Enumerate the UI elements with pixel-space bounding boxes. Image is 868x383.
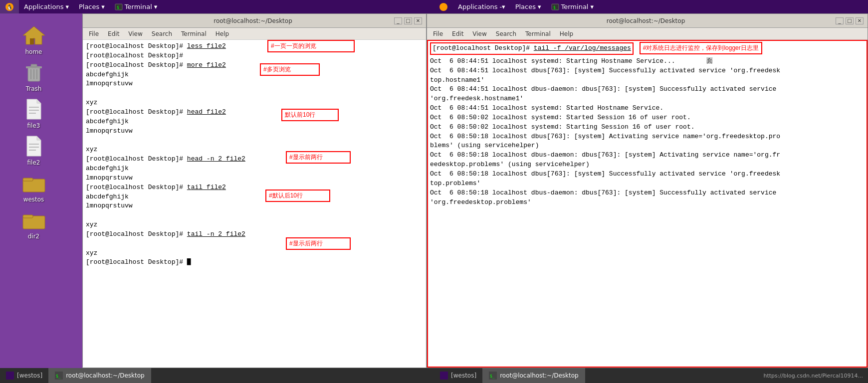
desktop-icon-home[interactable]: home [11,23,56,55]
westos-icon-label: westos [23,196,44,203]
terminal-window-left: root@localhost:~/Desktop _ □ ✕ File Edit… [82,13,427,368]
terminal-menu-btn-right[interactable]: $_ Terminal ▾ [546,0,599,13]
terminal-arrow-icon-left: ▾ [154,3,158,10]
terminal-icon-bottom-left: $_ [55,372,63,380]
home-folder-icon [22,23,46,47]
svg-rect-11 [31,64,37,67]
linux-logo-right [434,0,453,13]
terminal-log-content: Oct 6 08:44:51 localhost systemd: Starti… [430,57,865,207]
terminal-title-left: root@localhost:~/Desktop [112,17,394,24]
applications-arrow-icon: ▾ [65,3,69,10]
desktop-icon-dir2[interactable]: dir2 [11,208,56,240]
terminal-titlebar-right: root@localhost:~/Desktop _ □ ✕ [427,14,868,28]
svg-text:🐧: 🐧 [6,4,13,10]
svg-point-4 [439,3,447,11]
desktop-icon-file2[interactable]: file2 [11,134,56,166]
places-menu-btn-right[interactable]: Places ▾ [510,0,546,13]
terminal-icon-right: $_ [551,3,559,11]
terminal-menu-view-right[interactable]: View [468,29,490,38]
applications-arrow-icon-right: -▾ [499,3,505,10]
terminal-menu-help-left[interactable]: Help [212,29,233,38]
places-arrow-icon: ▾ [101,3,105,10]
svg-rect-28 [23,215,33,218]
terminal-menu-help-right[interactable]: Help [556,29,577,38]
terminal-menu-edit-left[interactable]: Edit [104,29,123,38]
terminal-menu-file-right[interactable]: File [429,29,447,38]
taskbar-top-right-section: Applications -▾ Places ▾ $_ Terminal ▾ [434,0,599,13]
taskbar-terminal-btn-right[interactable]: $_ root@localhost:~/Desktop [483,368,585,383]
trash-icon-label: Trash [26,85,42,92]
terminal-title-right: root@localhost:~/Desktop [456,17,836,24]
taskbar-top: 🐧 Applications ▾ Places ▾ $_ Terminal ▾ [0,0,868,13]
desktop-icon-westos[interactable]: westos [11,171,56,203]
taskbar-bottom-left: [westos] $_ root@localhost:~/Desktop [0,368,151,383]
svg-text:$_: $_ [117,5,122,10]
applications-menu-btn-right[interactable]: Applications -▾ [453,0,510,13]
file2-icon [22,134,46,158]
annotation-head: 默认前10行 [281,109,339,121]
annotation-tail: #默认后10行 [265,190,330,202]
terminal-cmd-line: [root@localhost Desktop]# tail -f /var/l… [430,42,634,55]
svg-rect-26 [23,178,33,181]
terminal-menu-view-left[interactable]: View [124,29,146,38]
file3-icon [22,97,46,121]
westos-folder-icon [22,171,46,195]
file3-icon-label: file3 [27,122,40,129]
home-icon-label: home [25,48,42,55]
terminal-minimize-btn-left[interactable]: _ [394,17,402,24]
taskbar-top-left-section: 🐧 Applications ▾ Places ▾ $_ Terminal ▾ [0,0,162,13]
westos-icon-bottom-left [6,372,14,380]
places-menu-btn[interactable]: Places ▾ [74,0,110,13]
dir2-folder-icon [22,208,46,232]
terminal-controls-right: _ □ ✕ [836,17,864,24]
svg-marker-21 [37,136,41,140]
taskbar-url: https://blog.csdn.net/Piercal10914... [759,373,868,379]
taskbar-bottom-url-area: https://blog.csdn.net/Piercal10914... [759,368,868,383]
taskbar-bottom: [westos] $_ root@localhost:~/Desktop [we… [0,368,868,383]
svg-text:$_: $_ [553,5,558,10]
annotation-tail-f: #对系统日志进行监控，保存到logger日志里 [640,42,762,54]
annotation-less: #一页一页的浏览 [267,40,355,52]
terminal-icon-bottom-right: $_ [489,372,497,380]
linux-logo: 🐧 [0,0,19,13]
terminal-menu-search-left[interactable]: Search [148,29,176,38]
svg-rect-47 [440,372,448,380]
terminal-menu-terminal-right[interactable]: Terminal [521,29,555,38]
applications-menu-btn[interactable]: Applications ▾ [19,0,74,13]
terminal-arrow-icon-right: ▾ [590,3,594,10]
trash-folder-icon [22,60,46,84]
terminal-body-right: [root@localhost Desktop]# tail -f /var/l… [427,40,868,368]
terminal-command-area: [root@localhost Desktop]# tail -f /var/l… [430,42,865,55]
taskbar-bottom-right-section: [westos] $_ root@localhost:~/Desktop [434,368,585,383]
annotation-more: #多页浏览 [260,63,320,76]
terminal-menu-search-right[interactable]: Search [492,29,520,38]
terminal-close-btn-right[interactable]: ✕ [856,17,864,24]
terminal-menu-file-left[interactable]: File [85,29,103,38]
westos-icon-bottom-right [440,372,448,380]
terminal-menubar-right: File Edit View Search Terminal Help [427,28,868,40]
taskbar-terminal-btn-left[interactable]: $_ root@localhost:~/Desktop [49,368,151,383]
svg-rect-44 [6,372,14,380]
terminal-icon-left: $_ [115,3,123,11]
taskbar-westos-btn-left[interactable]: [westos] [0,368,49,383]
annotation-head-n2: #显示前两行 [286,151,351,164]
terminal-minimize-btn-right[interactable]: _ [836,17,844,24]
terminal-menu-edit-right[interactable]: Edit [448,29,467,38]
terminal-content-left: [root@localhost Desktop]# less file2 [ro… [86,42,423,267]
terminal-maximize-btn-left[interactable]: □ [404,17,412,24]
desktop-icon-file3[interactable]: file3 [11,97,56,129]
terminal-close-btn-left[interactable]: ✕ [414,17,422,24]
terminal-controls-left: _ □ ✕ [394,17,422,24]
terminal-maximize-btn-right[interactable]: □ [846,17,854,24]
svg-marker-16 [37,99,41,103]
desktop-icon-trash[interactable]: Trash [11,60,56,92]
svg-text:$_: $_ [56,374,61,379]
places-arrow-icon-right: ▾ [538,3,541,10]
taskbar-westos-btn-right[interactable]: [westos] [434,368,483,383]
terminal-menu-btn-left[interactable]: $_ Terminal ▾ [110,0,162,13]
terminal-titlebar-left: root@localhost:~/Desktop _ □ ✕ [83,14,426,28]
terminal-menu-terminal-left[interactable]: Terminal [177,29,211,38]
dir2-icon-label: dir2 [28,233,40,240]
terminal-window-right: root@localhost:~/Desktop _ □ ✕ File Edit… [427,13,868,368]
svg-text:$_: $_ [490,374,495,379]
